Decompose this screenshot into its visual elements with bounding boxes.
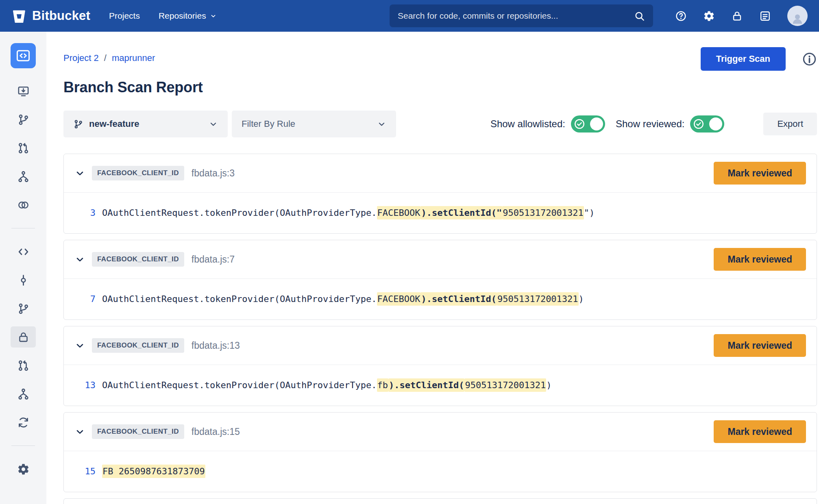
- commit-icon: [17, 274, 30, 287]
- finding-card-header: FACEBOOK_CLIENT_ID fbdata.js:13 Mark rev…: [64, 326, 817, 365]
- branch-icon: [73, 119, 83, 129]
- sidebar: [0, 32, 46, 504]
- deployments-icon: [17, 85, 30, 98]
- finding-card-header: FACEBOOK_CLIENT_ID fbdata.js:3 Mark revi…: [64, 154, 817, 192]
- user-avatar[interactable]: [787, 6, 808, 26]
- bitbucket-logo[interactable]: Bitbucket: [11, 8, 90, 24]
- fork-icon: [17, 388, 30, 400]
- sidebar-item-forks[interactable]: [11, 166, 36, 187]
- bitbucket-bucket-icon: [11, 8, 27, 24]
- gear-icon: [17, 463, 30, 476]
- overlapping-circles-icon: [17, 199, 30, 211]
- info-icon[interactable]: [802, 52, 817, 67]
- code-row: 15 FB 2650987631873709: [64, 451, 817, 492]
- top-icon-group: [675, 10, 771, 22]
- finding-card: FACEBOOK_CLIENT_ID fbdata.js:13 Mark rev…: [63, 326, 817, 406]
- top-nav: Bitbucket Projects Repositories: [0, 0, 819, 32]
- sidebar-item-settings[interactable]: [11, 458, 36, 480]
- rule-badge: FACEBOOK_CLIENT_ID: [92, 166, 184, 180]
- breadcrumb: Project 2 / maprunner: [63, 53, 155, 63]
- finding-card: FACEBOOK_CLIENT_ID fbdata.js:3 Mark revi…: [63, 154, 817, 234]
- branch-select[interactable]: new-feature: [63, 111, 228, 137]
- breadcrumb-repo-link[interactable]: maprunner: [112, 53, 155, 63]
- brand-name: Bitbucket: [32, 9, 90, 23]
- sidebar-item-commits[interactable]: [11, 269, 36, 291]
- refresh-icon: [17, 416, 30, 429]
- gear-icon[interactable]: [703, 10, 715, 22]
- rule-badge: FACEBOOK_CLIENT_ID: [92, 424, 184, 439]
- sidebar-divider: [11, 445, 35, 446]
- nav-projects[interactable]: Projects: [109, 11, 140, 21]
- sidebar-item-pull-requests[interactable]: [11, 137, 36, 159]
- rule-filter-select[interactable]: Filter By Rule: [232, 111, 396, 137]
- sidebar-item-source[interactable]: [11, 241, 36, 262]
- rule-badge: FACEBOOK_CLIENT_ID: [92, 252, 184, 267]
- finding-location: fbdata.js:7: [192, 254, 235, 265]
- show-allowlisted-toggle[interactable]: [571, 115, 605, 133]
- sidebar-item-fork-list[interactable]: [11, 383, 36, 404]
- finding-location: fbdata.js:15: [192, 426, 240, 437]
- mark-reviewed-button[interactable]: Mark reviewed: [714, 420, 806, 443]
- chevron-down-icon: [377, 119, 386, 129]
- sidebar-item-security[interactable]: [11, 326, 36, 348]
- breadcrumb-project-link[interactable]: Project 2: [63, 53, 99, 63]
- collapse-chevron-icon[interactable]: [74, 340, 85, 351]
- branch-select-value: new-feature: [89, 119, 139, 129]
- mark-reviewed-button[interactable]: Mark reviewed: [714, 162, 806, 185]
- top-nav-links: Projects Repositories: [109, 11, 217, 21]
- branch-icon: [17, 302, 30, 315]
- check-icon: [693, 118, 705, 130]
- sidebar-item-pull-request-list[interactable]: [11, 355, 36, 376]
- code-row: 7 OAuthClientRequest.tokenProvider(OAuth…: [64, 278, 817, 319]
- line-number: 13: [64, 380, 96, 391]
- nav-repositories[interactable]: Repositories: [159, 11, 217, 21]
- search-icon: [634, 11, 645, 22]
- findings-list: FACEBOOK_CLIENT_ID fbdata.js:3 Mark revi…: [63, 154, 817, 504]
- code-row: 3 OAuthClientRequest.tokenProvider(OAuth…: [64, 192, 817, 233]
- pull-request-icon: [17, 142, 30, 154]
- show-allowlisted-label: Show allowlisted:: [490, 118, 565, 130]
- nav-repositories-label: Repositories: [159, 11, 206, 21]
- finding-card-header: FACEBOOK_CLIENT_ID fbdata.js:7 Mark revi…: [64, 240, 817, 278]
- lock-icon[interactable]: [731, 10, 743, 22]
- export-button[interactable]: Export: [763, 113, 817, 135]
- show-reviewed-toggle[interactable]: [690, 115, 724, 133]
- branch-icon: [17, 113, 30, 126]
- show-reviewed-label: Show reviewed:: [616, 118, 684, 130]
- toggle-knob: [709, 117, 722, 130]
- search-input[interactable]: [398, 11, 634, 21]
- rule-badge: FACEBOOK_CLIENT_ID: [92, 338, 184, 353]
- collapse-chevron-icon[interactable]: [74, 168, 85, 179]
- collapse-chevron-icon[interactable]: [74, 426, 85, 437]
- code-line: OAuthClientRequest.tokenProvider(OAuthPr…: [102, 294, 584, 304]
- trigger-scan-button[interactable]: Trigger Scan: [701, 47, 786, 71]
- lock-icon: [17, 331, 30, 343]
- global-search[interactable]: [390, 4, 653, 27]
- repo-avatar[interactable]: [11, 43, 36, 68]
- document-icon[interactable]: [759, 10, 771, 22]
- mark-reviewed-button[interactable]: Mark reviewed: [714, 248, 806, 271]
- finding-card: FACEBOOK_CLIENT_ID fbdata.js:15 Mark rev…: [63, 412, 817, 492]
- code-line: OAuthClientRequest.tokenProvider(OAuthPr…: [102, 208, 595, 218]
- sidebar-item-branch-list[interactable]: [11, 298, 36, 319]
- main-content: Project 2 / maprunner Trigger Scan Branc…: [46, 32, 819, 504]
- line-number: 7: [64, 294, 96, 304]
- fork-icon: [17, 170, 30, 183]
- finding-card-header: Mark reviewed: [64, 499, 817, 504]
- sidebar-item-pipelines[interactable]: [11, 194, 36, 215]
- filter-bar: new-feature Filter By Rule Show allowlis…: [63, 111, 817, 137]
- collapse-chevron-icon[interactable]: [74, 254, 85, 265]
- code-line: FB 2650987631873709: [102, 466, 205, 477]
- check-icon: [573, 118, 586, 130]
- help-icon[interactable]: [675, 10, 687, 22]
- breadcrumb-separator: /: [104, 53, 107, 63]
- sidebar-item-deployments[interactable]: [11, 80, 36, 102]
- mark-reviewed-button[interactable]: Mark reviewed: [714, 334, 806, 357]
- nav-projects-label: Projects: [109, 11, 140, 21]
- pull-request-icon: [17, 359, 30, 372]
- line-number: 15: [64, 466, 96, 477]
- sidebar-item-sync[interactable]: [11, 412, 36, 433]
- sidebar-item-branches[interactable]: [11, 109, 36, 130]
- finding-card-header: FACEBOOK_CLIENT_ID fbdata.js:15 Mark rev…: [64, 413, 817, 451]
- page-title: Branch Scan Report: [63, 79, 817, 96]
